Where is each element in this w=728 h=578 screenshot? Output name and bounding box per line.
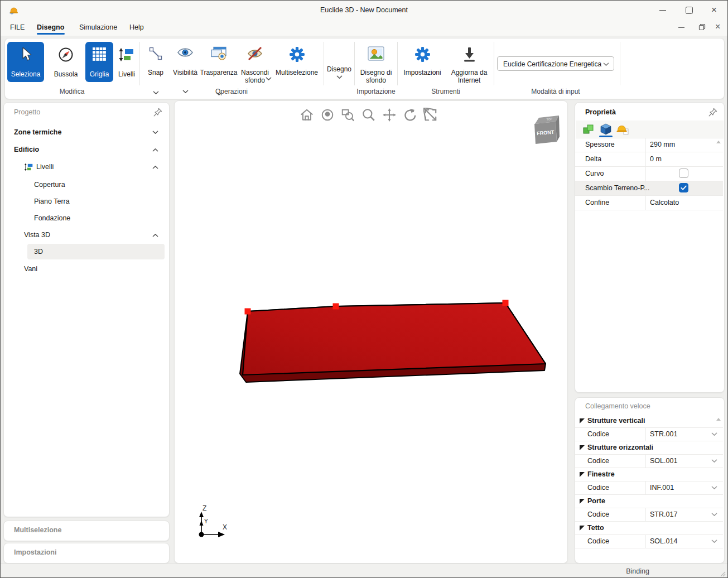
menu-disegno[interactable]: Disegno <box>37 23 64 31</box>
field-label: Codice <box>587 430 609 438</box>
group-label: Porte <box>587 497 605 505</box>
disegno-di-sfondo-button[interactable]: Disegno di sfondo <box>356 43 396 86</box>
menu-file[interactable]: FILE <box>10 23 25 31</box>
tree-item-piano-terra[interactable]: Piano Terra <box>34 198 70 205</box>
active-menu-underline <box>37 33 65 35</box>
field-value-dropdown[interactable]: SOL.001 <box>650 457 677 465</box>
bussola-button[interactable]: Bussola <box>49 42 83 82</box>
chevron-down-icon <box>336 75 343 79</box>
group-header-strutture-orizzontali[interactable]: Strutture orizzontali <box>575 441 723 455</box>
doc-minimize-button[interactable] <box>678 27 684 28</box>
menu-help[interactable]: Help <box>129 23 144 31</box>
vertex-handle[interactable] <box>503 300 509 306</box>
eye-slash-icon <box>247 46 263 61</box>
cursor-icon <box>19 46 32 62</box>
green-cubes-icon[interactable] <box>582 123 596 136</box>
chevron-up-icon[interactable] <box>152 148 158 152</box>
eye-icon <box>177 46 194 59</box>
tree-item-3d-label: 3D <box>34 248 43 256</box>
vertex-handle[interactable] <box>333 304 339 310</box>
property-grid: Spessore 290 mm Delta 0 m Curvo Scambio … <box>575 138 723 210</box>
pin-icon[interactable] <box>153 108 162 117</box>
aggiorna-da-internet-button[interactable]: Aggiorna da Internet <box>446 43 493 86</box>
chevron-up-icon[interactable] <box>152 233 158 237</box>
scroll-up-arrow[interactable] <box>716 418 721 421</box>
impostazioni-panel[interactable]: Impostazioni <box>3 543 170 563</box>
seleziona-button[interactable]: Seleziona <box>7 42 44 82</box>
check-icon <box>679 184 688 192</box>
status-bar: Binding <box>0 563 728 578</box>
group-expand-icon <box>580 472 585 477</box>
chevron-down-icon[interactable] <box>152 131 158 134</box>
group-header-finestre[interactable]: Finestre <box>575 468 723 481</box>
property-row: Spessore 290 mm <box>575 138 723 152</box>
visibilita-button[interactable]: Visibilità <box>170 43 200 86</box>
property-row: Delta 0 m <box>575 152 723 167</box>
curvo-checkbox[interactable] <box>679 168 688 178</box>
floor-slab-top[interactable] <box>243 303 546 375</box>
vertex-handle[interactable] <box>245 309 251 315</box>
window-transparency-icon <box>210 46 227 61</box>
viewport-3d[interactable]: TOP FRONT Z Y X <box>174 100 568 563</box>
field-value-dropdown[interactable]: STR.017 <box>650 510 677 518</box>
group-label: Tetto <box>587 524 604 532</box>
field-value-dropdown[interactable]: INF.001 <box>650 484 674 492</box>
property-name: Scambio Terreno-P... <box>585 184 650 192</box>
group-modalita-label: Modalità di input <box>517 88 595 95</box>
title-bar: Euclide 3D - New Document × <box>0 0 728 21</box>
maximize-button[interactable] <box>686 7 693 14</box>
close-button[interactable]: × <box>711 5 717 15</box>
menu-simulazione[interactable]: Simulazione <box>79 23 117 31</box>
nascondi-sfondo-button[interactable]: Nascondi sfondo <box>238 43 272 86</box>
group-header-strutture-verticali[interactable]: Strutture verticali <box>575 415 723 428</box>
tree-item-fondazione[interactable]: Fondazione <box>34 214 70 222</box>
group-label: Finestre <box>587 470 615 478</box>
window-title: Euclide 3D - New Document <box>0 6 728 14</box>
group-expand-icon <box>580 499 585 504</box>
scambio-terreno-checkbox[interactable] <box>679 183 688 192</box>
tree-item-edificio[interactable]: Edificio <box>14 146 39 153</box>
snap-button[interactable]: Snap <box>143 43 168 86</box>
field-value-dropdown[interactable]: SOL.014 <box>650 537 677 545</box>
group-separator <box>397 42 398 85</box>
pin-icon[interactable] <box>708 108 717 117</box>
chevron-down-icon <box>711 513 717 517</box>
livelli-icon <box>24 163 33 171</box>
property-value[interactable]: Calcolato <box>650 199 679 206</box>
tree-item-copertura[interactable]: Copertura <box>34 181 65 189</box>
quick-link-row: Codice SOL.014 <box>575 535 723 548</box>
resize-grip[interactable] <box>720 571 726 577</box>
doc-restore-button[interactable] <box>698 23 706 31</box>
axis-x-label: X <box>223 523 227 531</box>
chevron-down-icon <box>711 432 717 436</box>
group-separator <box>620 42 620 85</box>
impostazioni-button[interactable]: Impostazioni <box>401 43 444 86</box>
multiselezione-button[interactable]: Multiselezione <box>273 43 320 86</box>
group-separator <box>494 42 494 85</box>
quick-link-grid: Strutture verticali Codice STR.001 Strut… <box>575 415 723 548</box>
axis-y-label: Y <box>204 518 208 524</box>
minimize-button[interactable] <box>659 10 666 11</box>
axis-triad: Z Y X <box>199 504 228 537</box>
scroll-up-arrow[interactable] <box>716 141 721 143</box>
status-binding: Binding <box>615 567 660 575</box>
property-value[interactable]: 0 m <box>650 155 662 163</box>
chevron-up-icon[interactable] <box>152 165 158 169</box>
tree-item-3d-selected[interactable]: 3D <box>27 244 165 259</box>
multiselezione-panel[interactable]: Multiselezione <box>3 521 170 541</box>
doc-close-button[interactable]: × <box>715 22 720 31</box>
properties-toolbar <box>576 121 724 138</box>
field-value-dropdown[interactable]: STR.001 <box>650 430 677 438</box>
tree-item-vista-3d[interactable]: Vista 3D <box>24 231 50 239</box>
hard-hat-icon[interactable] <box>616 123 629 136</box>
axis-z-label: Z <box>203 504 206 512</box>
input-mode-combobox[interactable]: Euclide Certificazione Energetica <box>497 56 614 71</box>
tree-item-zone-termiche[interactable]: Zone termiche <box>14 128 61 136</box>
group-header-porte[interactable]: Porte <box>575 495 723 508</box>
griglia-button[interactable]: Griglia <box>85 42 113 82</box>
property-value[interactable]: 290 mm <box>650 141 675 148</box>
tree-item-livelli[interactable]: Livelli <box>36 163 54 171</box>
group-header-tetto[interactable]: Tetto <box>575 522 723 535</box>
blue-cube-icon[interactable] <box>599 123 613 136</box>
tree-item-vani[interactable]: Vani <box>24 265 37 273</box>
